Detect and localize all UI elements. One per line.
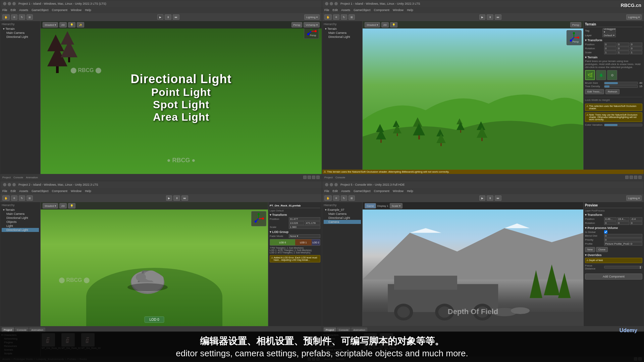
p2-menu-file[interactable]: File [324,8,329,12]
p4-add-component-btn[interactable]: Add Component [585,274,642,280]
menu-help[interactable]: Help [85,8,91,12]
p3-lod0-bar[interactable]: LOD 0 [270,239,295,245]
menu-window[interactable]: Window [71,8,82,12]
p3-pos-z[interactable]: 471.178 [305,221,320,225]
menu-component[interactable]: Component [52,8,68,12]
toolbar-move[interactable]: ✛ [11,14,17,20]
p3-hier-dirlight[interactable]: Directional Light [2,216,39,220]
p4-menu-edit[interactable]: Edit [333,189,338,193]
p2-toolbar-step[interactable]: ⏭ [495,14,501,20]
p4-blendDist-val[interactable]: 0 [604,234,642,238]
toolbar-layout[interactable]: Lighting ▾ [304,14,320,20]
p3-pos-x[interactable]: 31.477 [289,217,320,221]
p2-color-var-slider[interactable] [604,124,642,126]
p2-menu-edit[interactable]: Edit [333,8,338,12]
p4-toolbar-scale[interactable]: ⊞ [348,195,355,201]
p2-terrain-btn3[interactable]: ⚙ [607,70,617,80]
p4-menu-component[interactable]: Component [374,189,390,193]
p3-menu-help[interactable]: Help [85,189,91,193]
p2-menu-gameobject[interactable]: GameObject [354,8,371,12]
p4-toolbar-hand[interactable]: ✋ [324,195,332,201]
p2-hier-dirlight[interactable]: Directional Light [324,35,361,39]
p3-toolbar-move[interactable]: ✛ [11,195,17,201]
menu-file[interactable]: File [2,8,7,12]
hier-item-dirlight[interactable]: Directional Light [2,35,39,39]
p2-toolbar-move[interactable]: ✛ [333,14,339,20]
panel2-menubar[interactable]: File Edit Assets GameObject Component Wi… [322,7,644,13]
p4-hier-dirlight[interactable]: Directional Light [324,216,361,220]
p2-menu-assets[interactable]: Assets [341,8,350,12]
p3-menu-assets[interactable]: Assets [19,189,28,193]
p3-scene-light[interactable]: 💡 [68,203,75,208]
p4-menu-help[interactable]: Help [407,189,413,193]
p2-pos-z[interactable]: 0 [630,43,642,46]
p4-clone-btn[interactable]: Clone [596,247,608,252]
p3-toolbar-play[interactable]: ▶ [166,195,172,201]
p3-toolbar-step[interactable]: ⏭ [181,195,188,201]
p4-menu-assets[interactable]: Assets [341,189,350,193]
p3-hier-terrain[interactable]: ▾ Terrain [2,208,39,212]
p3-menu-file[interactable]: File [2,189,7,193]
p2-hier-camera[interactable]: Main Camera [324,31,361,35]
p3-toolbar-scale[interactable]: ⊞ [26,195,33,201]
p3-lod1-bar[interactable]: LOD 1 [295,239,312,245]
menu-assets[interactable]: Assets [19,8,28,12]
p3-toolbar-hand[interactable]: ✋ [2,195,10,201]
p4-hier-example[interactable]: ▾ Example_07 [324,208,361,212]
p3-toolbar-rotate[interactable]: ↻ [19,195,25,201]
p4-hier-camera2[interactable]: Camera [324,220,361,224]
p3-pos-y[interactable]: 13.026 [289,221,304,225]
lod-button[interactable]: LOD 0 [145,316,164,323]
p2-density-slider[interactable] [604,85,638,88]
p3-scale-x[interactable]: 1.980 [289,225,320,229]
toolbar-step[interactable]: ⏭ [173,14,179,20]
hier-item-terrain[interactable]: ▾ Terrain [2,27,39,31]
toolbar-scale[interactable]: ⊞ [26,14,33,20]
p2-menu-window[interactable]: Window [393,8,404,12]
p2-scene-shaded[interactable]: Shaded ▾ [365,22,380,27]
scene-lighting-btn[interactable]: 💡 [68,22,75,27]
p4-menu-gameobject[interactable]: GameObject [354,189,371,193]
menu-edit[interactable]: Edit [11,8,16,12]
p2-edit-trees-btn[interactable]: Edit Trees... Refresh [585,89,642,94]
p3-hier-dirlight2[interactable]: Directional Light [2,228,39,232]
p4-scale-btn[interactable]: Scale ▾ [390,203,402,208]
p3-hier-objects[interactable]: Objects [2,220,39,224]
scene-2d-btn[interactable]: 2D [59,22,67,27]
p4-pos-x[interactable]: 4.49... [604,217,616,221]
p2-tag-value[interactable]: Untagged ▾ [602,28,616,33]
scene-fx-btn[interactable]: ✨ [77,22,84,27]
p4-toolbar-step[interactable]: ⏭ [495,195,501,201]
p3-scene-2d[interactable]: 2D [59,203,67,208]
p3-lod-mode-val[interactable]: None ▾ [289,234,320,238]
p4-toolbar-lighting[interactable]: Lighting ▾ [626,195,642,201]
p4-menu-file[interactable]: File [324,189,329,193]
p2-layer-value[interactable]: Default ▾ [602,33,616,37]
p2-scale-x[interactable]: 1 [604,51,616,54]
p4-toolbar-play[interactable]: ▶ [479,195,485,201]
hier-item-camera[interactable]: Main Camera [2,31,39,35]
p3-hier-camera[interactable]: Main Camera [2,212,39,216]
p2-scene-2d[interactable]: 2D [381,22,389,27]
p4-new-btn[interactable]: New [585,247,595,252]
p2-rot-z[interactable]: 0 [630,47,642,50]
toolbar-rotate[interactable]: ↻ [19,14,25,20]
p2-toolbar-lighting[interactable]: Lighting ▾ [626,14,642,20]
p4-pos-z[interactable]: -0.4 [630,217,642,221]
p3-menu-window[interactable]: Window [71,189,82,193]
p2-menu-component[interactable]: Component [374,8,390,12]
p4-pos-y[interactable]: 19.4... [617,217,630,221]
p2-toolbar-pause[interactable]: ⏸ [487,14,493,20]
p2-persp-btn[interactable]: Persp [570,22,581,27]
p2-rot-x[interactable]: 0 [604,47,616,50]
scene-persp-btn[interactable]: Persp [291,22,303,27]
p3-menu-component[interactable]: Component [52,189,68,193]
p2-toolbar-play[interactable]: ▶ [479,14,485,20]
p4-menu-window[interactable]: Window [393,189,404,193]
p3-scene-shaded[interactable]: Shaded ▾ [43,203,58,208]
p2-terrain-btn1[interactable]: 🌿 [585,70,595,80]
panel4-menubar[interactable]: File Edit Assets GameObject Component Wi… [322,188,644,194]
p4-toolbar-move[interactable]: ✛ [333,195,339,201]
p2-scene-light[interactable]: 💡 [390,22,397,27]
p2-hier-terrain[interactable]: ▾ Terrain [324,27,361,31]
